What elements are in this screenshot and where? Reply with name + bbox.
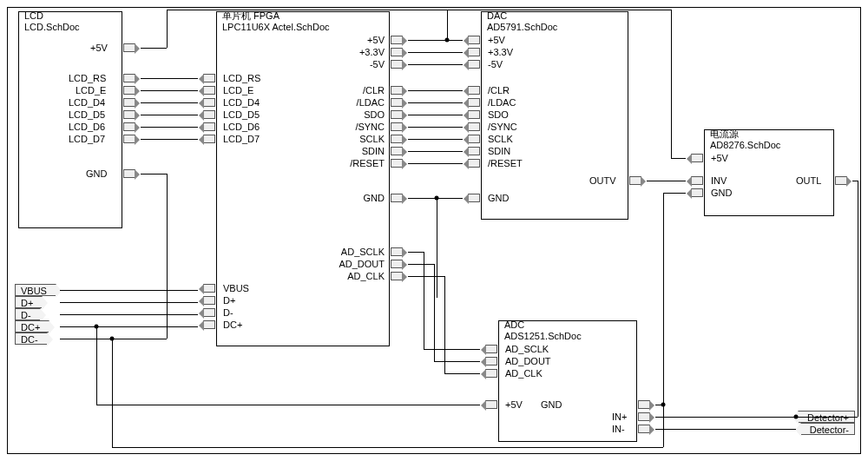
lcd-rs-pin xyxy=(123,74,135,82)
lcd-d5-pin xyxy=(123,110,135,119)
mcu-l-vbus-pin xyxy=(203,284,215,293)
cs-5v-label: +5V xyxy=(711,153,728,163)
dac-sync-pin xyxy=(468,122,480,131)
wire xyxy=(444,373,480,374)
conn-dp: D+ xyxy=(15,296,43,308)
schematic-canvas: LCD LCD.SchDoc 单片机 FPGA LPC11U6X Actel.S… xyxy=(7,7,861,454)
dac-reset-pin xyxy=(468,159,480,168)
lcd-d4-pin xyxy=(123,98,135,107)
conn-detm: Detector- xyxy=(800,423,855,435)
wire xyxy=(408,163,463,164)
dac-outv-label: OUTV xyxy=(589,175,616,186)
wire xyxy=(447,10,448,40)
wire xyxy=(663,193,686,194)
adc-gnd-pin xyxy=(638,400,650,409)
adc-dout-label: AD_DOUT xyxy=(505,356,551,366)
adc-inm-pin xyxy=(638,425,650,433)
wire xyxy=(424,349,480,350)
wire xyxy=(167,10,447,10)
adc-sclk-label: AD_SCLK xyxy=(505,344,549,354)
mcu-r-adsclk-label: AD_SCLK xyxy=(341,247,385,257)
wire xyxy=(408,276,444,277)
dac-sdo-pin xyxy=(468,110,480,119)
wire xyxy=(647,181,686,181)
cs-5v-pin xyxy=(691,154,703,162)
wire xyxy=(408,264,434,265)
conn-dcm: DC- xyxy=(15,333,48,345)
lcd-gnd-label: GND xyxy=(86,168,107,179)
dac-sdin-label: SDIN xyxy=(488,146,510,156)
mcu-title: 单片机 FPGA LPC11U6X Actel.SchDoc xyxy=(222,10,330,33)
mcu-l-dp-pin xyxy=(203,296,215,305)
dac-clr-label: /CLR xyxy=(488,85,510,95)
net-node xyxy=(445,38,450,43)
lcd-d7-label: LCD_D7 xyxy=(69,134,105,144)
wire xyxy=(408,102,463,103)
mcu-r-sync-label: /SYNC xyxy=(355,122,385,132)
mcu-l-rs-label: LCD_RS xyxy=(223,73,260,83)
mcu-r-ldac-label: /LDAC xyxy=(357,97,385,108)
mcu-r-sdo-pin xyxy=(391,110,403,119)
net-node xyxy=(95,325,99,329)
mcu-l-vbus-label: VBUS xyxy=(223,283,249,293)
mcu-r-sdin-label: SDIN xyxy=(362,146,385,156)
cs-inv-pin xyxy=(691,176,703,185)
wire xyxy=(408,139,463,140)
cs-outl-pin xyxy=(835,176,847,185)
mcu-r-m5v-pin xyxy=(391,60,403,69)
wire xyxy=(141,102,198,103)
dac-m5v-pin xyxy=(468,60,480,69)
dac-3v3-label: +3.3V xyxy=(488,47,513,57)
mcu-r-adclk-pin xyxy=(391,272,403,280)
lcd-gnd-pin xyxy=(123,169,135,178)
wire xyxy=(408,127,463,128)
mcu-l-rs-pin xyxy=(203,74,215,82)
mcu-r-3v3-pin xyxy=(391,48,403,56)
lcd-5v-pin xyxy=(123,43,135,52)
lcd-d6-pin xyxy=(123,122,135,131)
lcd-d4-label: LCD_D4 xyxy=(69,97,105,108)
lcd-e-pin xyxy=(123,86,135,95)
wire xyxy=(858,181,858,417)
wire xyxy=(141,174,167,175)
wire xyxy=(60,314,198,315)
conn-vbus: VBUS xyxy=(15,284,56,296)
lcd-d5-label: LCD_D5 xyxy=(69,109,105,120)
adc-inp-label: IN+ xyxy=(612,412,627,422)
mcu-r-reset-label: /RESET xyxy=(350,158,385,168)
adc-inp-pin xyxy=(638,412,650,421)
mcu-r-ldac-pin xyxy=(391,98,403,107)
dac-3v3-pin xyxy=(468,48,480,56)
wire xyxy=(408,40,463,41)
dac-m5v-label: -5V xyxy=(488,59,503,69)
mcu-r-clr-label: /CLR xyxy=(363,85,385,95)
wire xyxy=(141,48,167,49)
wire xyxy=(408,90,463,91)
mcu-r-5v-pin xyxy=(391,36,403,44)
dac-ldac-label: /LDAC xyxy=(488,97,516,108)
wire xyxy=(141,115,198,115)
wire xyxy=(408,252,424,253)
wire xyxy=(671,158,686,159)
mcu-l-dm-pin xyxy=(203,308,215,317)
wire xyxy=(408,151,463,152)
mcu-l-dcp-pin xyxy=(203,320,215,329)
wire xyxy=(424,252,424,349)
mcu-r-m5v-label: -5V xyxy=(370,59,385,69)
wire xyxy=(60,290,198,291)
mcu-l-dm-label: D- xyxy=(223,307,233,318)
mcu-r-gnd-label: GND xyxy=(364,193,385,203)
wire xyxy=(655,417,796,418)
dac-ldac-pin xyxy=(468,98,480,107)
dac-5v-pin xyxy=(468,36,480,44)
wire xyxy=(141,78,198,79)
wire xyxy=(112,447,663,448)
dac-gnd-pin xyxy=(468,194,480,202)
mcu-r-gnd-pin xyxy=(391,194,403,202)
wire xyxy=(408,115,463,115)
mcu-r-clr-pin xyxy=(391,86,403,95)
wire xyxy=(796,417,858,418)
mcu-r-addout-label: AD_DOUT xyxy=(339,259,385,269)
dac-sclk-pin xyxy=(468,135,480,143)
adc-5v-pin xyxy=(485,400,497,409)
